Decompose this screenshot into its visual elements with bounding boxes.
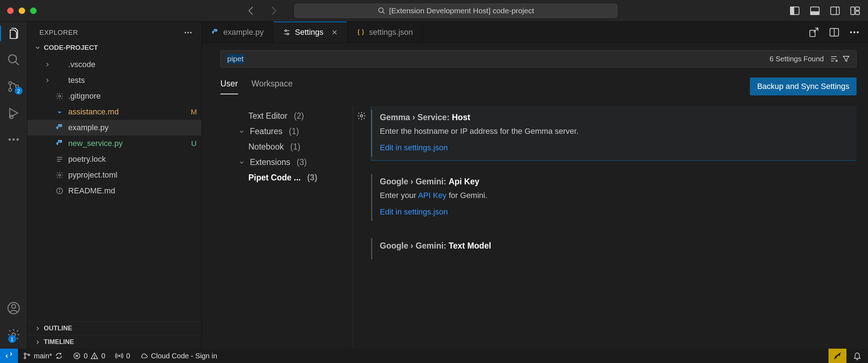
gear-icon bbox=[55, 171, 65, 179]
svg-point-37 bbox=[287, 33, 289, 35]
tab-label: settings.json bbox=[369, 28, 413, 37]
toc-item[interactable]: Extensions(3) bbox=[220, 155, 353, 170]
file-row[interactable]: new_service.pyU bbox=[27, 136, 201, 151]
gear-icon[interactable] bbox=[357, 111, 366, 121]
tab-settings[interactable]: Settings bbox=[274, 22, 348, 43]
svg-point-25 bbox=[58, 125, 59, 126]
toc-label: Text Editor bbox=[248, 111, 288, 121]
setting-scope: Google › Gemini: bbox=[380, 241, 449, 250]
toggle-panel-icon[interactable] bbox=[809, 5, 821, 16]
tab-settings-json[interactable]: settings.json bbox=[347, 22, 423, 43]
file-row[interactable]: README.md bbox=[27, 183, 201, 199]
setting-item[interactable]: Google › Gemini: Text Model bbox=[371, 235, 857, 263]
chevron-right-icon bbox=[44, 77, 51, 84]
svg-point-26 bbox=[58, 141, 59, 141]
gear-icon bbox=[55, 92, 65, 100]
settings-scope-user-tab[interactable]: User bbox=[220, 79, 238, 94]
outline-section-header[interactable]: OUTLINE bbox=[27, 322, 201, 335]
svg-point-30 bbox=[59, 174, 61, 176]
info-icon bbox=[55, 187, 65, 195]
folder-row[interactable]: .vscode bbox=[27, 57, 201, 72]
notifications-button[interactable] bbox=[846, 352, 868, 360]
setting-item[interactable]: Google › Gemini: Api KeyEnter your API K… bbox=[371, 170, 857, 225]
close-window-button[interactable] bbox=[7, 8, 14, 14]
file-row[interactable]: .gitignore bbox=[27, 88, 201, 104]
explorer-view-button[interactable] bbox=[0, 27, 27, 40]
layout-customize-icon[interactable] bbox=[849, 5, 861, 16]
git-branch-status[interactable]: main* bbox=[18, 352, 68, 360]
back-button[interactable] bbox=[246, 5, 257, 16]
more-actions-icon[interactable] bbox=[849, 27, 860, 38]
chevron-right-icon bbox=[34, 325, 41, 332]
svg-point-10 bbox=[8, 55, 16, 63]
branch-name: main* bbox=[34, 352, 52, 360]
command-center[interactable]: [Extension Development Host] code-projec… bbox=[294, 4, 617, 18]
edit-in-settings-json-link[interactable]: Edit in settings.json bbox=[380, 143, 448, 152]
search-view-button[interactable] bbox=[0, 53, 27, 67]
svg-point-0 bbox=[379, 8, 383, 12]
setting-scope: Google › Gemini: bbox=[380, 177, 449, 186]
python-icon bbox=[55, 123, 65, 132]
toc-count: (3) bbox=[297, 157, 307, 167]
toggle-primary-sidebar-icon[interactable] bbox=[789, 5, 801, 16]
more-views-button[interactable] bbox=[0, 133, 27, 146]
open-editors-icon[interactable] bbox=[808, 27, 820, 38]
accounts-button[interactable] bbox=[7, 301, 20, 315]
live-share-status[interactable] bbox=[829, 349, 846, 363]
svg-point-52 bbox=[24, 353, 26, 355]
setting-desc-link[interactable]: API Key bbox=[418, 191, 446, 200]
outline-label: OUTLINE bbox=[44, 325, 72, 332]
sync-icon[interactable] bbox=[55, 352, 63, 360]
sidebar-more-icon[interactable] bbox=[183, 28, 193, 37]
edit-in-settings-json-link[interactable]: Edit in settings.json bbox=[380, 207, 448, 216]
settings-scope-workspace-tab[interactable]: Workspace bbox=[252, 79, 293, 94]
toc-item[interactable]: Notebook(1) bbox=[220, 139, 353, 155]
file-row[interactable]: assistance.mdM bbox=[27, 104, 201, 120]
cloud-code-status[interactable]: Cloud Code - Sign in bbox=[135, 352, 223, 360]
file-label: poetry.lock bbox=[68, 155, 183, 164]
file-row[interactable]: pyproject.toml bbox=[27, 167, 201, 183]
svg-point-45 bbox=[857, 31, 859, 33]
split-editor-icon[interactable] bbox=[829, 27, 840, 38]
backup-sync-settings-button[interactable]: Backup and Sync Settings bbox=[750, 77, 857, 95]
toc-item[interactable]: Pipet Code ...(3) bbox=[220, 170, 353, 185]
toc-count: (2) bbox=[294, 111, 304, 121]
svg-line-61 bbox=[834, 353, 841, 359]
folder-row[interactable]: tests bbox=[27, 72, 201, 88]
close-tab-icon[interactable] bbox=[331, 29, 338, 36]
file-label: .vscode bbox=[68, 60, 183, 69]
svg-point-12 bbox=[9, 89, 11, 91]
setting-name: Host bbox=[452, 113, 470, 122]
source-control-view-button[interactable]: 2 bbox=[0, 80, 27, 93]
manage-button[interactable]: 1 bbox=[7, 328, 20, 341]
timeline-section-header[interactable]: TIMELINE bbox=[27, 335, 201, 349]
clear-search-icon[interactable] bbox=[830, 55, 838, 63]
toc-item[interactable]: Features(1) bbox=[220, 124, 353, 139]
chevron-right-icon bbox=[34, 339, 41, 345]
ports-status[interactable]: 0 bbox=[110, 352, 135, 360]
file-label: tests bbox=[68, 76, 183, 85]
scm-badge: 2 bbox=[15, 87, 23, 95]
svg-point-22 bbox=[187, 32, 189, 33]
settings-search-input[interactable]: pipet 6 Settings Found bbox=[220, 50, 857, 67]
run-debug-view-button[interactable] bbox=[0, 106, 27, 120]
file-row[interactable]: example.py bbox=[27, 120, 201, 136]
setting-item[interactable]: Gemma › Service: HostEnter the hostname … bbox=[371, 106, 857, 160]
toggle-secondary-sidebar-icon[interactable] bbox=[829, 5, 841, 16]
folder-section-header[interactable]: CODE-PROJECT bbox=[27, 39, 201, 55]
problems-status[interactable]: 0 0 bbox=[68, 352, 110, 360]
svg-point-59 bbox=[94, 358, 95, 358]
chevron-down-icon bbox=[238, 159, 246, 166]
minimize-window-button[interactable] bbox=[19, 8, 25, 14]
file-row[interactable]: poetry.lock bbox=[27, 151, 201, 167]
settings-list: Gemma › Service: HostEnter the hostname … bbox=[353, 106, 857, 349]
toc-item[interactable]: Text Editor(2) bbox=[220, 108, 353, 124]
svg-rect-2 bbox=[790, 7, 794, 14]
forward-button[interactable] bbox=[268, 5, 279, 16]
maximize-window-button[interactable] bbox=[30, 8, 37, 14]
setting-title: Google › Gemini: Api Key bbox=[380, 177, 848, 187]
remote-indicator[interactable] bbox=[0, 349, 18, 363]
filter-icon[interactable] bbox=[842, 55, 850, 63]
window-controls bbox=[7, 8, 37, 14]
tab-example-py[interactable]: example.py bbox=[202, 22, 274, 43]
